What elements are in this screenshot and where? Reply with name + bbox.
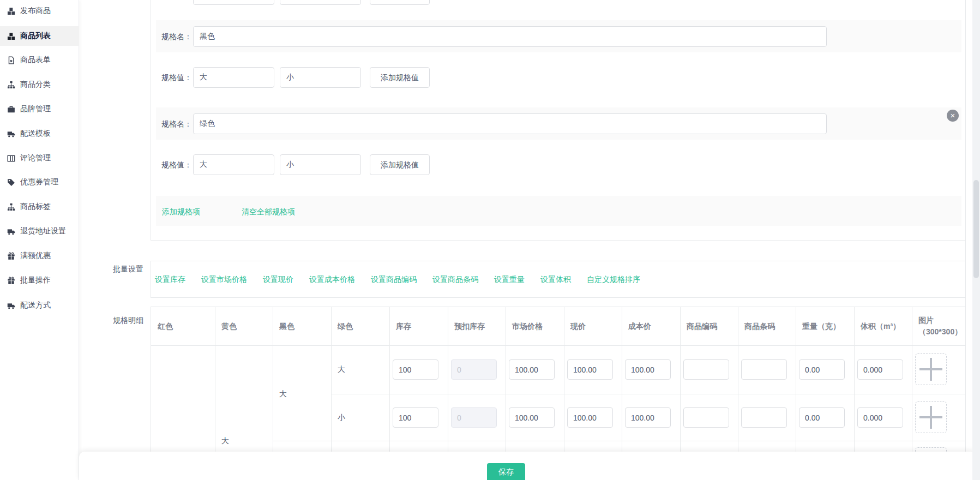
batch-set-weight-link[interactable]: 设置重量: [494, 274, 525, 284]
cell-green-value: 小: [338, 412, 345, 423]
barcode-input[interactable]: [741, 407, 787, 428]
image-upload-button[interactable]: [915, 401, 947, 433]
sidebar-item-shipping-method[interactable]: 配送方式: [0, 296, 79, 315]
plus-icon: [916, 402, 946, 433]
spec-value-label: 规格值：: [161, 72, 192, 83]
sitemap-icon: [7, 80, 15, 89]
spec-name-input[interactable]: [193, 113, 827, 134]
column-header-barcode: 商品条码: [744, 307, 775, 345]
add-spec-value-button[interactable]: 添加规格值: [370, 154, 430, 175]
spec-value-input[interactable]: [280, 154, 361, 175]
product-code-input[interactable]: [683, 359, 729, 380]
batch-setting-label: 批量设置: [113, 263, 143, 274]
spec-value-input[interactable]: [193, 67, 274, 88]
column-header-image: 图片（300*300）: [918, 307, 963, 345]
batch-set-volume-link[interactable]: 设置体积: [540, 274, 571, 284]
sidebar-item-brand-management[interactable]: 品牌管理: [0, 99, 79, 119]
sidebar-item-label: 品牌管理: [20, 104, 51, 114]
product-code-input[interactable]: [683, 407, 729, 428]
stock-input[interactable]: [393, 359, 438, 380]
sidebar-item-batch-operations[interactable]: 批量操作: [0, 271, 79, 290]
product-spec-page: 发布商品 商品列表 商品表单 商品分类 品牌管理 配送模板 评论管理 优惠券管: [0, 0, 980, 480]
cell-black-span: 大: [279, 388, 287, 399]
column-header-product-code: 商品编码: [687, 307, 717, 345]
cost-price-input[interactable]: [625, 407, 671, 428]
spec-name-input[interactable]: [193, 26, 827, 47]
sidebar-item-shipping-template[interactable]: 配送模板: [0, 124, 79, 143]
sidebar-item-product-tags[interactable]: 商品标签: [0, 197, 79, 217]
scrollbar[interactable]: [972, 0, 980, 480]
cost-price-input[interactable]: [625, 359, 671, 380]
batch-set-barcode-link[interactable]: 设置商品条码: [432, 274, 478, 284]
sidebar-item-label: 配送方式: [20, 301, 51, 310]
cubes-icon: [7, 7, 15, 15]
column-header-red: 红色: [158, 307, 173, 345]
spec-name-label: 规格名：: [161, 31, 192, 42]
sidebar-item-product-category[interactable]: 商品分类: [0, 75, 79, 94]
spec-detail-label: 规格明细: [113, 315, 143, 326]
price-input[interactable]: [567, 407, 613, 428]
price-input[interactable]: [567, 359, 613, 380]
stock-input[interactable]: [393, 407, 438, 428]
batch-set-product-code-link[interactable]: 设置商品编码: [371, 274, 417, 284]
save-button[interactable]: 保存: [487, 463, 525, 480]
weight-input[interactable]: [799, 407, 845, 428]
batch-set-cost-price-link[interactable]: 设置成本价格: [309, 274, 355, 284]
column-header-market-price: 市场价格: [512, 307, 543, 345]
custom-spec-sort-link[interactable]: 自定义规格排序: [587, 274, 640, 284]
column-header-black: 黑色: [279, 307, 294, 345]
spec-value-input[interactable]: [280, 67, 361, 88]
barcode-input[interactable]: [741, 359, 787, 380]
column-header-stock: 库存: [396, 307, 411, 345]
scrollbar-thumb[interactable]: [973, 180, 979, 278]
market-price-input[interactable]: [509, 407, 555, 428]
sidebar-item-label: 评论管理: [20, 153, 51, 163]
truck-icon: [7, 129, 15, 138]
sitemap-icon: [7, 202, 15, 211]
plus-icon: [916, 354, 946, 385]
reserved-stock-input: [451, 407, 497, 428]
file-icon: [7, 56, 15, 64]
spec-name-label: 规格名：: [161, 118, 192, 129]
spec-value-input-cutoff[interactable]: [280, 0, 361, 5]
sidebar-item-label: 退货地址设置: [20, 226, 66, 236]
truck-icon: [7, 301, 15, 310]
footer-bar: 保存: [79, 452, 976, 480]
cell-green-value: 大: [338, 364, 345, 375]
batch-set-price-link[interactable]: 设置现价: [263, 274, 293, 284]
cell-yellow-span: 大: [221, 435, 229, 446]
column-header-cost-price: 成本价: [628, 307, 651, 345]
batch-set-stock-link[interactable]: 设置库存: [155, 274, 185, 284]
add-spec-value-button[interactable]: 添加规格值: [370, 67, 430, 88]
plus-icon: [916, 448, 946, 452]
sidebar-item-coupon-management[interactable]: 优惠券管理: [0, 172, 79, 192]
sidebar-item-label: 优惠券管理: [20, 177, 58, 187]
gift-icon: [7, 276, 15, 285]
remove-spec-section-button[interactable]: ×: [947, 110, 959, 122]
sidebar-item-label: 发布商品: [20, 6, 51, 16]
image-upload-button[interactable]: [915, 447, 947, 452]
sidebar-item-product-list[interactable]: 商品列表: [0, 26, 79, 46]
column-header-yellow: 黄色: [221, 307, 237, 345]
spec-value-input[interactable]: [193, 154, 274, 175]
sidebar-item-label: 商品表单: [20, 55, 51, 65]
sidebar-item-publish-product[interactable]: 发布商品: [0, 1, 79, 21]
add-spec-item-link[interactable]: 添加规格项: [162, 207, 200, 217]
column-header-reserved: 预扣库存: [454, 307, 485, 345]
sidebar-item-review-management[interactable]: 评论管理: [0, 148, 79, 168]
spec-value-input-cutoff[interactable]: [193, 0, 274, 5]
sidebar-item-full-discount[interactable]: 满额优惠: [0, 246, 79, 266]
batch-setting-panel: 设置库存 设置市场价格 设置现价 设置成本价格 设置商品编码 设置商品条码 设置…: [151, 261, 966, 298]
volume-input[interactable]: [857, 407, 903, 428]
market-price-input[interactable]: [509, 359, 555, 380]
batch-set-market-price-link[interactable]: 设置市场价格: [201, 274, 247, 284]
sidebar-item-product-form[interactable]: 商品表单: [0, 50, 79, 70]
add-spec-value-button-cutoff[interactable]: [370, 0, 430, 5]
sidebar-item-label: 配送模板: [20, 129, 51, 139]
image-upload-button[interactable]: [915, 353, 947, 385]
column-header-weight: 重量（克）: [802, 307, 840, 345]
sidebar-item-return-address[interactable]: 退货地址设置: [0, 221, 79, 241]
weight-input[interactable]: [799, 359, 845, 380]
clear-spec-items-link[interactable]: 清空全部规格项: [242, 207, 295, 217]
volume-input[interactable]: [857, 359, 903, 380]
